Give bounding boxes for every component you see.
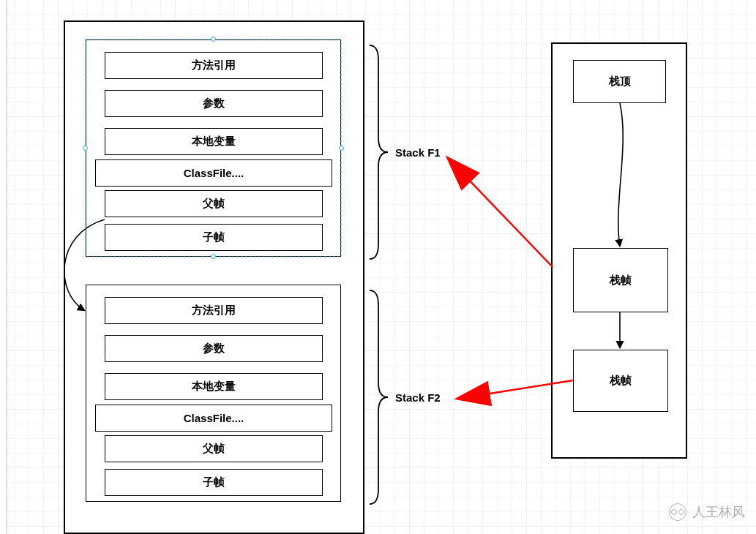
watermark-text: 人王林风 (692, 503, 745, 521)
node-text: 栈帧 (610, 374, 632, 388)
f2-cell-1[interactable]: 参数 (105, 335, 323, 362)
cell-text: 子帧 (203, 230, 225, 244)
selection-handle[interactable] (211, 254, 216, 259)
f1-cell-1[interactable]: 参数 (105, 90, 323, 117)
f2-cell-0[interactable]: 方法引用 (105, 297, 323, 324)
selection-handle[interactable] (83, 146, 88, 151)
f1-cell-5[interactable]: 子帧 (105, 224, 323, 251)
cell-text: 本地变量 (192, 135, 236, 148)
watermark: 人王林风 (669, 503, 745, 521)
f1-cell-0[interactable]: 方法引用 (105, 52, 323, 79)
right-node-mid[interactable]: 栈帧 (573, 248, 668, 312)
right-node-bottom[interactable]: 栈帧 (573, 350, 668, 412)
f1-cell-3[interactable]: ClassFile.... (95, 159, 332, 187)
cell-text: ClassFile.... (184, 167, 244, 179)
cell-text: 子帧 (203, 475, 225, 489)
f2-cell-4[interactable]: 父帧 (105, 435, 323, 462)
selection-handle[interactable] (339, 146, 344, 151)
cell-text: ClassFile.... (184, 412, 244, 424)
cell-text: 父帧 (203, 442, 225, 456)
selection-handle[interactable] (211, 37, 216, 42)
f2-cell-5[interactable]: 子帧 (105, 469, 323, 496)
f2-cell-3[interactable]: ClassFile.... (95, 405, 332, 432)
cell-text: 参数 (203, 342, 225, 356)
f2-cell-2[interactable]: 本地变量 (105, 373, 323, 400)
cell-text: 方法引用 (192, 304, 236, 317)
wechat-icon (669, 503, 686, 521)
node-text: 栈帧 (610, 274, 632, 287)
node-text: 栈顶 (609, 75, 631, 89)
stack-label-f1: Stack F1 (395, 146, 441, 159)
cell-text: 父帧 (203, 197, 225, 211)
right-node-top[interactable]: 栈顶 (573, 60, 666, 103)
stack-label-f2: Stack F2 (395, 391, 441, 404)
f1-cell-2[interactable]: 本地变量 (105, 128, 323, 155)
cell-text: 参数 (203, 97, 225, 110)
page-edge (0, 0, 7, 534)
cell-text: 本地变量 (192, 380, 236, 394)
f1-cell-4[interactable]: 父帧 (105, 190, 323, 217)
cell-text: 方法引用 (192, 59, 236, 72)
